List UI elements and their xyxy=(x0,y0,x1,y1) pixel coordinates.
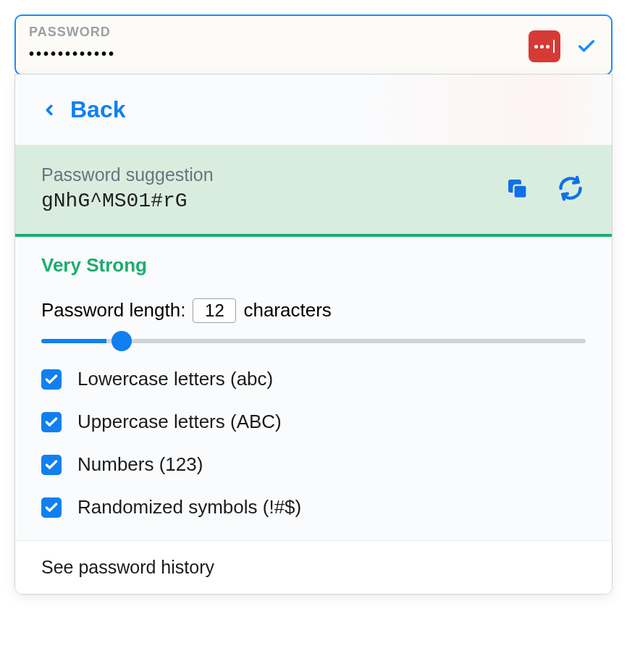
password-field-actions xyxy=(529,30,598,62)
password-history-link[interactable]: See password history xyxy=(15,541,612,594)
option-uppercase[interactable]: Uppercase letters (ABC) xyxy=(41,411,586,433)
length-input[interactable] xyxy=(193,298,236,323)
password-generator-popup: Back Password suggestion gNhG^MS01#rG xyxy=(14,74,613,595)
copy-icon xyxy=(504,175,530,201)
settings-section: Very Strong Password length: characters … xyxy=(15,237,612,541)
refresh-icon xyxy=(557,175,584,201)
check-icon xyxy=(44,500,59,515)
suggestion-label: Password suggestion xyxy=(41,164,214,185)
check-icon xyxy=(44,415,59,429)
option-uppercase-label: Uppercase letters (ABC) xyxy=(77,411,282,433)
password-manager-icon[interactable] xyxy=(529,30,560,62)
popup-header[interactable]: Back xyxy=(15,75,612,146)
length-label-suffix: characters xyxy=(243,299,331,322)
check-icon xyxy=(44,458,59,472)
suggestion-text: Password suggestion gNhG^MS01#rG xyxy=(41,164,214,212)
copy-button[interactable] xyxy=(502,173,532,203)
slider-container xyxy=(41,333,586,346)
back-button-label: Back xyxy=(70,96,126,123)
option-symbols-label: Randomized symbols (!#$) xyxy=(77,496,301,518)
option-lowercase-label: Lowercase letters (abc) xyxy=(77,368,273,390)
regenerate-button[interactable] xyxy=(555,173,586,203)
checkbox-symbols[interactable] xyxy=(41,497,62,518)
password-label: PASSWORD xyxy=(29,25,116,40)
chevron-left-icon xyxy=(41,99,57,121)
password-masked-value[interactable]: •••••••••••• xyxy=(29,46,116,62)
check-icon xyxy=(44,372,59,387)
strength-indicator: Very Strong xyxy=(41,254,586,277)
password-field-container: PASSWORD •••••••••••• xyxy=(14,14,613,75)
length-slider[interactable] xyxy=(41,339,586,343)
svg-rect-1 xyxy=(514,185,527,198)
length-label-prefix: Password length: xyxy=(41,299,185,322)
option-numbers-label: Numbers (123) xyxy=(77,453,203,476)
password-field-left: PASSWORD •••••••••••• xyxy=(29,25,116,62)
option-numbers[interactable]: Numbers (123) xyxy=(41,453,586,476)
checkbox-lowercase[interactable] xyxy=(41,369,62,390)
suggestion-box: Password suggestion gNhG^MS01#rG xyxy=(15,146,612,237)
app-icon-dots xyxy=(534,40,555,53)
length-row: Password length: characters xyxy=(41,298,586,323)
option-lowercase[interactable]: Lowercase letters (abc) xyxy=(41,368,586,390)
suggestion-actions xyxy=(502,173,586,203)
confirm-check-icon[interactable] xyxy=(575,35,598,58)
suggestion-value: gNhG^MS01#rG xyxy=(41,190,214,212)
option-symbols[interactable]: Randomized symbols (!#$) xyxy=(41,496,586,518)
popup-arrow xyxy=(545,74,560,75)
checkbox-numbers[interactable] xyxy=(41,455,62,475)
checkbox-uppercase[interactable] xyxy=(41,412,62,432)
